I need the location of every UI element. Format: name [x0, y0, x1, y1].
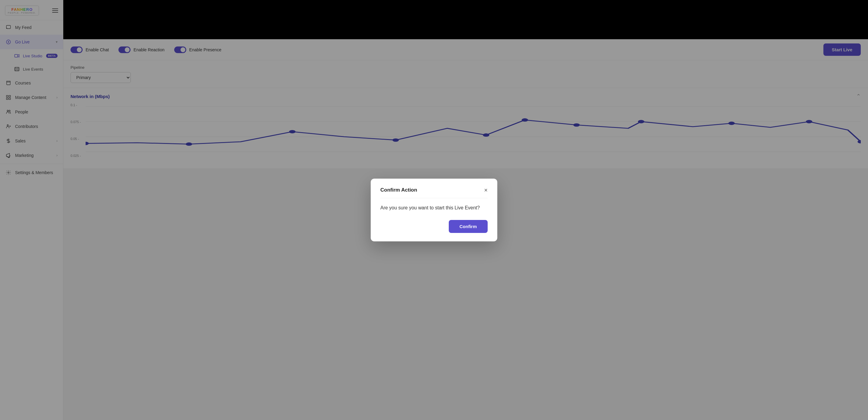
modal-footer: Confirm: [380, 220, 488, 233]
modal-message: Are you sure you want to start this Live…: [380, 204, 488, 212]
modal-overlay: Confirm Action × Are you sure you want t…: [0, 0, 868, 420]
confirm-button[interactable]: Confirm: [449, 220, 488, 233]
confirm-action-modal: Confirm Action × Are you sure you want t…: [371, 178, 497, 242]
modal-close-button[interactable]: ×: [484, 187, 488, 193]
modal-title: Confirm Action: [380, 187, 417, 193]
modal-header: Confirm Action ×: [380, 187, 488, 198]
